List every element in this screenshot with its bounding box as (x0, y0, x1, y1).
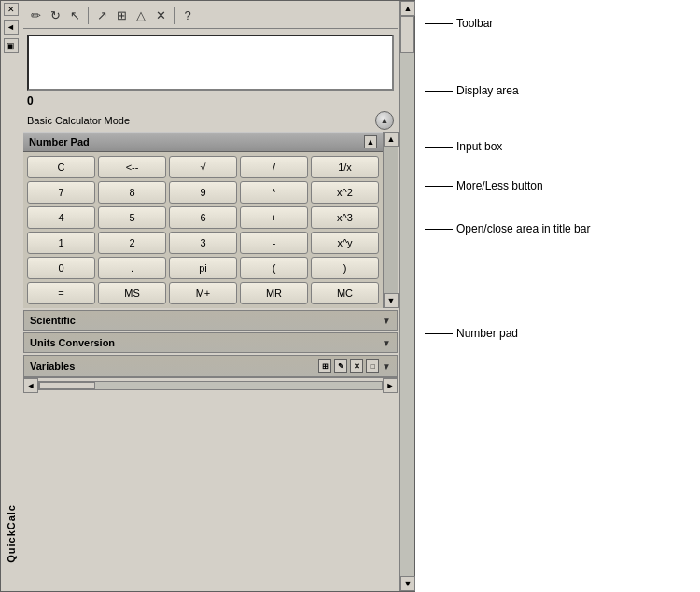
scroll-down-btn[interactable]: ▼ (384, 293, 399, 308)
toolbar-sep-2 (174, 7, 175, 24)
variables-header[interactable]: Variables ⊞ ✎ ✕ □ ▼ (23, 355, 398, 377)
refresh-icon[interactable]: ↻ (47, 7, 63, 24)
anno-moreless: More/Less button (425, 179, 543, 192)
btn-ms[interactable]: MS (98, 282, 166, 304)
units-arrow: ▼ (382, 338, 391, 348)
v-scroll-up-btn[interactable]: ▲ (400, 1, 415, 16)
scroll-up-btn[interactable]: ▲ (384, 132, 399, 147)
variables-arrow: ▼ (382, 361, 391, 372)
btn-1[interactable]: 1 (27, 232, 95, 254)
grid-icon[interactable]: ⊞ (113, 7, 130, 24)
var-icon-1[interactable]: ⊞ (318, 359, 331, 373)
h-scrollbar: ◄ ► (23, 377, 398, 392)
btn-sqy[interactable]: x^y (311, 232, 379, 254)
numpad-collapse-btn[interactable]: ▲ (364, 135, 377, 148)
v-scroll-track (400, 16, 414, 576)
btn-dot[interactable]: . (98, 257, 166, 279)
arrow-icon[interactable]: ↖ (66, 7, 83, 24)
var-icon-3[interactable]: ✕ (350, 359, 363, 373)
btn-sq3[interactable]: x^3 (311, 206, 379, 229)
help-icon[interactable]: ? (179, 7, 196, 24)
xmark-icon[interactable]: ✕ (152, 7, 169, 24)
units-header[interactable]: Units Conversion ▼ (23, 332, 398, 353)
btn-3[interactable]: 3 (169, 232, 237, 254)
input-box-row: 0 (23, 92, 398, 109)
h-scroll-track (38, 381, 383, 390)
sidebar-icon-1[interactable]: ◄ (4, 20, 19, 35)
main-panel: ✏ ↻ ↖ ↗ ⊞ △ ✕ ? 0 Basic Calculator Mode … (21, 1, 399, 591)
btn-rparen[interactable]: ) (311, 257, 379, 279)
toolbar-sep-1 (88, 7, 89, 24)
btn-div[interactable]: / (240, 156, 308, 178)
btn-2[interactable]: 2 (98, 232, 166, 254)
units-section: Units Conversion ▼ (23, 332, 398, 353)
btn-lparen[interactable]: ( (240, 257, 308, 279)
anno-display: Display area (425, 84, 519, 97)
v-scroll-thumb (400, 16, 414, 53)
btn-add[interactable]: + (240, 206, 308, 229)
btn-5[interactable]: 5 (98, 206, 166, 229)
numpad-title-bar[interactable]: Number Pad ▲ (23, 132, 383, 152)
anno-openclose-label: Open/close area in title bar (456, 222, 590, 235)
btn-pi[interactable]: pi (169, 257, 237, 279)
anno-toolbar-label: Toolbar (456, 17, 493, 30)
btn-inv[interactable]: 1/x (311, 156, 379, 178)
numpad-scrollbar: ▲ ▼ (383, 132, 398, 308)
anno-inputbox: Input box (425, 140, 502, 153)
btn-eq[interactable]: = (27, 282, 95, 304)
btn-mplus[interactable]: M+ (169, 282, 237, 304)
anno-inputbox-label: Input box (456, 140, 502, 153)
btn-mr[interactable]: MR (240, 282, 308, 304)
h-scroll-right-btn[interactable]: ► (383, 378, 398, 393)
left-sidebar: ✕ ◄ ▣ QuickCalc (1, 1, 21, 591)
var-icon-4[interactable]: □ (366, 359, 379, 373)
annotations-panel: Toolbar Display area Input box More/Less… (415, 0, 700, 592)
anno-numpad-label: Number pad (456, 327, 518, 340)
h-scroll-left-btn[interactable]: ◄ (23, 378, 38, 393)
numpad-grid: C <-- √ / 1/x 7 8 9 * x^2 4 5 (23, 152, 383, 308)
v-scroll-down-btn[interactable]: ▼ (400, 576, 415, 591)
btn-0[interactable]: 0 (27, 257, 95, 279)
quickcalc-label: QuickCalc (6, 504, 17, 563)
triangle-icon[interactable]: △ (133, 7, 149, 24)
btn-9[interactable]: 9 (169, 181, 237, 204)
input-value: 0 (27, 94, 34, 107)
variables-section: Variables ⊞ ✎ ✕ □ ▼ (23, 355, 398, 377)
anno-display-label: Display area (456, 84, 519, 97)
btn-mul[interactable]: * (240, 181, 308, 204)
numpad-section: Number Pad ▲ C <-- √ / 1/x 7 8 9 (23, 132, 398, 308)
anno-toolbar: Toolbar (425, 17, 493, 30)
btn-8[interactable]: 8 (98, 181, 166, 204)
pencil-icon[interactable]: ✏ (27, 7, 44, 24)
scientific-section: Scientific ▼ (23, 310, 398, 331)
btn-6[interactable]: 6 (169, 206, 237, 229)
display-area (27, 35, 394, 91)
anno-openclose: Open/close area in title bar (425, 222, 590, 235)
btn-backspace[interactable]: <-- (98, 156, 166, 178)
numpad-title: Number Pad (29, 136, 90, 148)
units-label: Units Conversion (30, 337, 115, 348)
cursor-icon[interactable]: ↗ (93, 7, 110, 24)
btn-4[interactable]: 4 (27, 206, 95, 229)
scientific-header[interactable]: Scientific ▼ (23, 310, 398, 331)
btn-sq2[interactable]: x^2 (311, 181, 379, 204)
close-btn[interactable]: ✕ (4, 3, 19, 16)
btn-sub[interactable]: - (240, 232, 308, 254)
scientific-label: Scientific (30, 315, 76, 326)
variables-label: Variables (30, 360, 75, 372)
more-less-button[interactable]: ▲ (375, 111, 394, 130)
right-scrollbar: ▲ ▼ (399, 1, 414, 591)
anno-moreless-label: More/Less button (456, 179, 543, 192)
btn-c[interactable]: C (27, 156, 95, 178)
var-icon-2[interactable]: ✎ (334, 359, 347, 373)
scroll-track (384, 147, 398, 293)
btn-sqrt[interactable]: √ (169, 156, 237, 178)
scientific-arrow: ▼ (382, 316, 391, 326)
btn-mc[interactable]: MC (311, 282, 379, 304)
sidebar-icon-2[interactable]: ▣ (4, 38, 19, 53)
anno-numpad: Number pad (425, 327, 518, 340)
btn-7[interactable]: 7 (27, 181, 95, 204)
mode-row: Basic Calculator Mode ▲ (23, 109, 398, 132)
h-scroll-thumb (39, 382, 95, 389)
mode-label: Basic Calculator Mode (27, 115, 130, 126)
